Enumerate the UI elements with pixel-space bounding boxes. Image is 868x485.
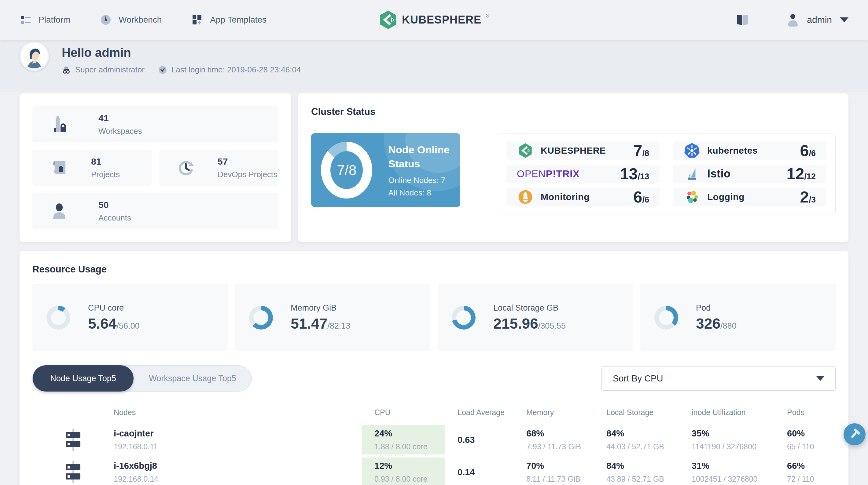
gauge-cpu: CPU core 5.64/56.00 [32,284,228,351]
projects-count: 81 [91,156,120,167]
role-label: Super administrator [75,65,145,74]
projects-label: Projects [91,170,120,179]
login-time-icon [158,65,167,74]
svc-tile-kubernetes: kubernetes 6/6 [673,141,826,160]
table-row[interactable]: i-16x6bgj8 192.168.0.14 12% 0.93 / 8.00 … [32,457,836,485]
nav-item-platform[interactable]: Platform [20,14,70,26]
accounts-label: Accounts [98,213,131,223]
resource-usage-card: Resource Usage CPU core 5.64/56.00 Memor… [20,251,848,485]
pods-detail: 72 / 110 [787,475,849,483]
table-row[interactable]: i-caojnter 192.168.0.11 24% 1.88 / 8.00 … [32,425,836,454]
components-status-grid: KUBESPHERE 7/8 kubernetes 6/6 [497,133,836,215]
svc-value: 7 [633,141,643,160]
tab-workspace-usage-top5[interactable]: Workspace Usage Top5 [133,365,251,392]
cpu-detail: 0.93 / 8.00 core [374,475,445,483]
dropdown-caret-icon [816,376,824,381]
kubesphere-icon [517,142,534,159]
col-header-cpu: CPU [362,408,445,417]
svc-name: Monitoring [541,192,590,202]
avatar [20,41,49,71]
stat-tile-workspaces[interactable]: 41 Workspaces [32,106,278,142]
greeting-title: Hello admin [62,46,301,60]
svc-total: /12 [804,172,816,182]
svc-tile-monitoring: Monitoring 6/6 [506,188,659,206]
gauge-label: Pod [696,303,737,313]
stat-tile-projects[interactable]: 81 Projects [32,150,152,186]
inode-percent: 31% [692,461,774,471]
cpu-percent: 12% [374,461,445,471]
svc-value: 6 [800,141,809,160]
sort-by-value: Sort By CPU [613,374,663,384]
last-login-label: Last login time: 2019-06-28 23:46:04 [172,65,301,74]
resource-gauges: CPU core 5.64/56.00 Memory GiB 51.47/82.… [32,284,836,351]
online-nodes-count: Online Nodes: 7 [388,175,460,185]
node-name[interactable]: i-16x6bgj8 [114,461,362,471]
platform-stats-card: 41 Workspaces 81 Projects [20,93,291,242]
gauge-pod: Pod 326/880 [640,284,836,351]
pods-percent: 66% [787,461,849,471]
cluster-status-card: Cluster Status 7/8 Node Online Status On… [298,93,848,242]
col-header-nodes: Nodes [114,408,362,417]
tab-node-usage-top5[interactable]: Node Usage Top5 [33,365,133,392]
logging-elastic-icon [683,188,701,205]
sort-by-dropdown[interactable]: Sort By CPU [601,366,836,391]
node-ip: 192.168.0.14 [114,475,362,483]
usage-tabs: Node Usage Top5 Workspace Usage Top5 [32,365,252,392]
nav-item-app-templates[interactable]: App Templates [191,14,267,26]
docs-book-icon[interactable] [735,13,750,27]
pods-detail: 65 / 110 [787,442,849,451]
storage-donut [452,306,475,329]
kubesphere-logo[interactable]: KUBESPHERE ® [379,10,489,30]
node-online-status-card: 7/8 Node Online Status Online Nodes: 7 A… [311,133,460,207]
load-average: 0.63 [458,435,514,445]
svc-total: /3 [809,195,816,205]
node-online-title: Node Online Status [388,142,460,171]
openpitrix-logo: OPENP!TRIX [517,168,580,180]
col-header-pods: Pods [774,408,849,417]
svc-value: 12 [787,165,804,183]
top-nav: Platform Workbench App Templates KUBESPH… [0,0,868,40]
memory-detail: 8.11 / 11.73 GiB [526,475,593,483]
inode-percent: 35% [692,428,774,439]
resource-usage-title: Resource Usage [32,264,836,275]
svc-total: /13 [638,172,649,182]
svc-value: 13 [620,165,638,183]
col-header-load: Load Average [445,408,514,417]
stat-tile-devops[interactable]: 57 DevOps Projects [159,150,278,186]
stat-tile-accounts[interactable]: 50 Accounts [32,193,278,229]
all-nodes-count: All Nodes: 8 [388,188,460,198]
chevron-down-icon [840,18,848,22]
logo-text: KUBESPHERE [402,10,482,30]
load-average: 0.14 [458,467,514,477]
svc-value: 2 [800,188,809,206]
kubesphere-logo-mark [379,10,398,30]
workspaces-count: 41 [98,113,142,123]
svc-name: kubernetes [707,146,758,156]
projects-icon [50,158,69,177]
svc-name: Istio [707,167,731,180]
user-menu[interactable]: admin [787,13,848,27]
cpu-percent: 24% [374,428,445,439]
last-login: Last login time: 2019-06-28 23:46:04 [158,65,301,74]
node-server-icon [63,429,83,451]
node-usage-table: Nodes CPU Load Average Memory Local Stor… [32,402,836,485]
nav-item-workbench[interactable]: Workbench [100,14,162,26]
table-header: Nodes CPU Load Average Memory Local Stor… [32,402,836,422]
svc-total: /6 [642,195,649,205]
user-icon [787,13,799,27]
role-icon [62,65,71,74]
gauge-memory: Memory GiB 51.47/82.13 [235,284,430,351]
storage-detail: 44.03 / 52.71 GB [607,442,679,451]
node-online-ratio: 7/8 [337,162,356,179]
devops-count: 57 [218,156,277,167]
col-header-memory: Memory [514,408,593,417]
nav-label-platform: Platform [38,15,70,25]
memory-percent: 68% [526,428,593,439]
col-header-inode: inode Utilization [679,408,774,417]
pod-donut [654,306,678,329]
devops-projects-icon [176,158,196,177]
toolbox-fab-button[interactable] [843,423,866,445]
cpu-donut [46,306,70,329]
node-name[interactable]: i-caojnter [114,428,362,439]
role-badge: Super administrator [62,65,145,74]
